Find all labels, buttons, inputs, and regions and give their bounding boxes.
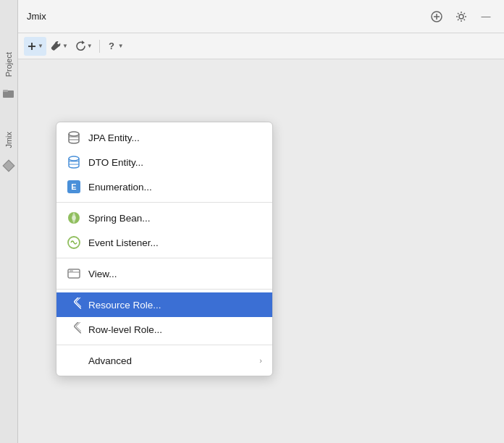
ide-frame: Project Jmix Jmix <box>0 0 504 443</box>
sidebar-item-jmix[interactable]: Jmix <box>0 123 17 157</box>
gear-icon <box>455 11 467 22</box>
advanced-label: Advanced <box>88 355 252 366</box>
spring-bean-label: Spring Bean... <box>88 213 262 224</box>
svg-point-10 <box>69 132 79 136</box>
context-menu: JPA Entity... DTO Entity <box>56 122 273 376</box>
add-button[interactable] <box>427 7 446 26</box>
window-title: Jmix <box>27 11 46 22</box>
plus-dropdown-arrow: ▼ <box>38 43 43 49</box>
menu-item-row-level-role[interactable]: Row-level Role... <box>56 317 272 342</box>
sidebar-item-project[interactable]: Project <box>0 43 17 85</box>
resource-role-icon <box>67 298 81 312</box>
left-sidebar: Project Jmix <box>0 0 18 443</box>
dto-entity-label: DTO Entity... <box>88 157 262 168</box>
svg-text:?: ? <box>109 41 114 51</box>
enumeration-label: Enumeration... <box>88 182 262 193</box>
toolbar2-separator <box>99 40 100 53</box>
advanced-submenu-arrow: › <box>259 356 262 365</box>
workspace: JPA Entity... DTO Entity <box>18 59 504 443</box>
help-button[interactable]: ? ▼ <box>104 37 127 56</box>
minimize-button[interactable]: — <box>476 7 495 26</box>
jpa-entity-label: JPA Entity... <box>88 132 262 143</box>
refresh-dropdown-arrow: ▼ <box>87 43 93 49</box>
menu-item-advanced[interactable]: Advanced › <box>56 348 272 373</box>
menu-item-resource-role[interactable]: Resource Role... <box>56 292 272 317</box>
menu-sep-4 <box>56 345 272 345</box>
refresh-icon <box>75 41 86 51</box>
plus-icon <box>27 41 37 51</box>
jpa-entity-icon <box>67 130 81 145</box>
ide-main-content: Jmix — <box>18 0 504 443</box>
help-icon: ? <box>106 41 117 51</box>
settings-button[interactable] <box>452 7 471 26</box>
jmix-label: Jmix <box>4 129 13 151</box>
folder-icon-area <box>0 85 17 101</box>
folder-icon <box>3 88 14 98</box>
toolbar-row1: Jmix — <box>18 0 504 33</box>
view-label: View... <box>88 269 262 279</box>
enumeration-icon: E <box>67 180 81 194</box>
add-icon <box>431 11 442 22</box>
svg-rect-16 <box>71 160 77 161</box>
menu-sep-3 <box>56 289 272 290</box>
menu-item-jpa-entity[interactable]: JPA Entity... <box>56 125 272 150</box>
dto-entity-icon <box>67 155 81 169</box>
svg-rect-22 <box>70 271 73 272</box>
row-level-role-label: Row-level Role... <box>88 324 262 335</box>
menu-sep-2 <box>56 258 272 258</box>
menu-item-event-listener[interactable]: Event Listener... <box>56 230 272 255</box>
svg-marker-8 <box>82 41 85 44</box>
svg-point-5 <box>459 14 463 19</box>
toolbar-row2: ▼ ▼ ▼ ? <box>18 33 504 59</box>
spring-bean-icon <box>67 211 81 225</box>
wrench-button[interactable]: ▼ <box>48 37 71 56</box>
wrench-dropdown-arrow: ▼ <box>62 43 68 49</box>
menu-item-spring-bean[interactable]: Spring Bean... <box>56 206 272 230</box>
help-dropdown-arrow: ▼ <box>118 43 124 49</box>
event-listener-label: Event Listener... <box>88 237 262 248</box>
resource-role-label: Resource Role... <box>88 300 262 311</box>
row-level-role-icon <box>67 322 81 337</box>
wrench-icon <box>51 41 62 51</box>
svg-rect-1 <box>3 90 8 92</box>
menu-item-view[interactable]: View... <box>56 261 272 286</box>
svg-point-18 <box>72 216 76 220</box>
new-element-button[interactable]: ▼ <box>24 37 46 56</box>
view-icon <box>67 266 81 281</box>
minimize-icon: — <box>482 11 491 22</box>
advanced-icon <box>67 353 81 368</box>
event-listener-icon <box>67 235 81 250</box>
jmix-diamond-icon <box>3 159 15 172</box>
refresh-button[interactable]: ▼ <box>72 37 96 56</box>
menu-item-enumeration[interactable]: E Enumeration... <box>56 174 272 199</box>
jmix-diamond-icon-area <box>0 157 17 174</box>
menu-sep-1 <box>56 202 272 203</box>
project-label: Project <box>4 49 13 80</box>
menu-item-dto-entity[interactable]: DTO Entity... <box>56 150 272 174</box>
